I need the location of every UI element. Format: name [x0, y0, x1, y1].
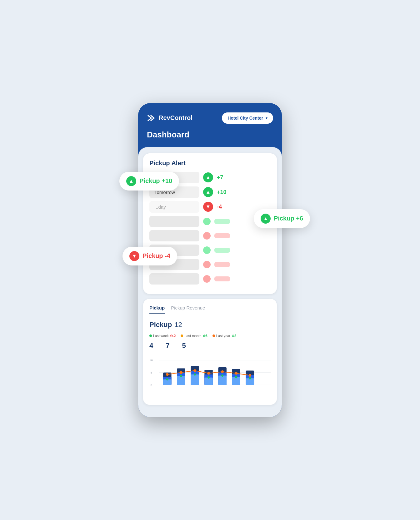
badge-minus4-icon: ▼	[129, 251, 139, 261]
stat-week-value: 4	[149, 342, 153, 350]
logo-area: RevControl	[147, 114, 192, 122]
legend-label-week: Last week	[153, 334, 169, 338]
stat-year-value: 5	[182, 342, 186, 350]
alert-label-blur2	[149, 230, 199, 241]
chart-container: 10 5 0	[149, 355, 271, 399]
svg-point-33	[248, 374, 251, 377]
svg-point-29	[193, 369, 196, 372]
alert-value-day3: -4	[217, 204, 222, 210]
svg-point-35	[180, 375, 182, 377]
pickup-tabs: Pickup Pickup Revenue	[149, 305, 271, 317]
legend-dot-week	[149, 334, 152, 337]
badge-plus6-text: Pickup +6	[274, 215, 303, 222]
legend-change-week: ⊖-2	[170, 334, 176, 338]
svg-point-40	[249, 377, 251, 379]
chevron-down-icon: ▾	[266, 116, 268, 120]
badge-pickup-minus4: ▼ Pickup -4	[122, 247, 177, 265]
badge-pickup-plus6: ▲ Pickup +6	[254, 209, 310, 228]
legend-label-year: Last year	[216, 334, 230, 338]
alert-value-blur3	[214, 248, 230, 253]
svg-text:5: 5	[151, 371, 152, 374]
svg-point-36	[194, 373, 196, 375]
legend-last-year: Last year ⊕2	[212, 334, 236, 338]
alert-indicator-blur5	[203, 275, 211, 283]
alert-label-day3: ...day	[149, 201, 199, 213]
svg-point-39	[235, 376, 237, 378]
tab-pickup[interactable]: Pickup	[149, 305, 165, 314]
pickup-chart-card: Pickup Pickup Revenue Pickup 12 Last wee…	[143, 299, 277, 405]
svg-rect-11	[177, 376, 185, 385]
alert-indicator-blur1	[203, 218, 211, 225]
badge-pickup-plus10: ▲ Pickup +10	[119, 172, 179, 191]
alert-indicator-blur4	[203, 261, 211, 268]
svg-text:0: 0	[151, 383, 152, 386]
pickup-chart-title: Pickup	[149, 321, 172, 329]
pickup-header: Pickup 12	[149, 321, 271, 329]
svg-rect-20	[218, 375, 226, 385]
svg-rect-14	[191, 374, 199, 385]
legend-last-week: Last week ⊖-2	[149, 334, 176, 338]
hotel-selector[interactable]: Hotel City Center ▾	[222, 112, 273, 124]
alert-indicator-day3: ▼	[203, 202, 213, 212]
svg-point-31	[221, 370, 224, 373]
alert-indicator-blur3	[203, 246, 211, 254]
svg-point-34	[166, 378, 168, 380]
legend-dot-year	[212, 334, 215, 337]
alert-indicator-blur2	[203, 232, 211, 240]
alert-label-blur1	[149, 216, 199, 227]
svg-point-32	[235, 372, 238, 375]
badge-plus10-icon: ▲	[126, 176, 136, 186]
svg-rect-23	[232, 377, 240, 385]
pickup-alert-title: Pickup Alert	[149, 160, 271, 167]
alert-value-blur4	[214, 262, 230, 267]
alert-value-tomorrow: +10	[217, 189, 227, 196]
svg-point-37	[208, 376, 210, 379]
legend-change-month: ⊕3	[203, 334, 208, 338]
legend-dot-month	[181, 334, 183, 337]
svg-point-30	[207, 372, 210, 375]
legend-last-month: Last month ⊕3	[181, 334, 208, 338]
badge-plus6-icon: ▲	[261, 214, 271, 224]
alert-row-blur5	[149, 273, 271, 285]
tab-pickup-revenue[interactable]: Pickup Revenue	[171, 305, 205, 314]
pickup-chart-number: 12	[174, 321, 182, 329]
alert-indicator-tomorrow: ▲	[203, 187, 213, 197]
alert-row-blur1	[149, 216, 271, 227]
svg-point-28	[180, 371, 182, 374]
phone-container: ▲ Pickup +10 ▲ Pickup +6 ▼ Pickup -4 Rev…	[129, 103, 291, 417]
logo-text: RevControl	[159, 114, 192, 121]
svg-text:10: 10	[149, 358, 153, 362]
alert-value-today: +7	[217, 174, 223, 181]
legend-label-month: Last month	[184, 334, 201, 338]
legend-row: Last week ⊖-2 Last month ⊕3 Last year ⊕2	[149, 334, 271, 338]
alert-row-day3: ...day ▼ -4	[149, 201, 271, 213]
alert-indicator-today: ▲	[203, 172, 213, 182]
alert-row-blur2	[149, 230, 271, 241]
alert-value-blur1	[214, 219, 230, 224]
phone-header: RevControl Hotel City Center ▾	[138, 103, 282, 130]
stat-month-value: 7	[166, 342, 169, 350]
alert-value-blur2	[214, 233, 230, 238]
alert-label-blur5	[149, 273, 199, 285]
svg-rect-17	[204, 377, 212, 385]
badge-plus10-text: Pickup +10	[139, 177, 172, 185]
legend-change-year: ⊕2	[232, 334, 236, 338]
dashboard-title: Dashboard	[138, 130, 282, 147]
badge-minus4-text: Pickup -4	[142, 252, 170, 260]
chart-svg: 10 5 0	[149, 355, 271, 399]
stats-row: 4 7 5	[149, 342, 271, 350]
svg-point-27	[166, 373, 169, 376]
logo-chevron-icon	[147, 114, 156, 122]
alert-value-blur5	[214, 276, 230, 281]
hotel-name: Hotel City Center	[228, 116, 263, 121]
svg-point-38	[221, 374, 223, 376]
phone-bottom	[138, 411, 282, 417]
